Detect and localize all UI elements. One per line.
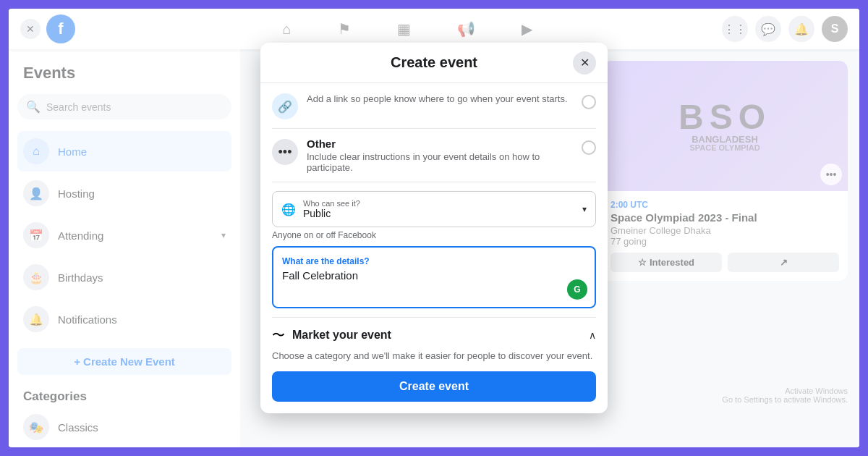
market-title: Market your event xyxy=(292,329,582,342)
other-option-desc: Include clear instructions in your event… xyxy=(307,151,573,173)
dropdown-value: Public xyxy=(303,208,575,219)
grammarly-icon: G xyxy=(567,279,587,300)
modal-close-button[interactable]: ✕ xyxy=(573,51,596,74)
other-option-title: Other xyxy=(307,138,573,150)
textarea-content[interactable]: Fall Celebration xyxy=(282,269,586,298)
other-icon: ••• xyxy=(272,139,298,165)
dropdown-hint: Anyone on or off Facebook xyxy=(272,230,596,240)
create-event-button[interactable]: Create event xyxy=(272,371,596,402)
market-desc: Choose a category and we'll make it easi… xyxy=(272,350,596,363)
link-option-desc: Add a link so people know where to go wh… xyxy=(307,93,573,104)
inner-frame: ✕ f ⌂ ⚑ ▦ 📢 ▶ ⋮⋮ 💬 🔔 S Events xyxy=(9,9,859,447)
visibility-dropdown[interactable]: 🌐 Who can see it? Public ▾ xyxy=(272,191,596,227)
link-icon: 🔗 xyxy=(272,93,298,119)
market-icon: 〜 xyxy=(272,326,285,344)
collapse-icon[interactable]: ∧ xyxy=(589,329,596,341)
modal-body: 🔗 Add a link so people know where to go … xyxy=(260,83,608,413)
chevron-down-icon: ▾ xyxy=(582,204,587,214)
market-header[interactable]: 〜 Market your event ∧ xyxy=(272,326,596,344)
other-option-text: Other Include clear instructions in your… xyxy=(307,138,573,173)
create-event-modal: Create event ✕ 🔗 Add a link so people kn… xyxy=(260,43,608,413)
link-option-row: 🔗 Add a link so people know where to go … xyxy=(272,83,596,129)
textarea-label: What are the details? xyxy=(282,256,586,266)
modal-title: Create event xyxy=(391,54,477,71)
other-radio[interactable] xyxy=(582,140,596,155)
market-section: 〜 Market your event ∧ Choose a category … xyxy=(272,317,596,363)
dropdown-label: Who can see it? xyxy=(303,199,575,208)
globe-icon: 🌐 xyxy=(281,202,296,216)
close-icon: ✕ xyxy=(580,56,590,69)
details-textarea-wrapper[interactable]: What are the details? Fall Celebration G xyxy=(272,246,596,308)
link-option-text: Add a link so people know where to go wh… xyxy=(307,92,573,104)
link-radio[interactable] xyxy=(582,95,596,109)
dropdown-text: Who can see it? Public xyxy=(303,199,575,219)
outer-frame: ✕ f ⌂ ⚑ ▦ 📢 ▶ ⋮⋮ 💬 🔔 S Events xyxy=(0,0,868,456)
create-event-button-label: Create event xyxy=(399,380,469,392)
other-option-row: ••• Other Include clear instructions in … xyxy=(272,129,596,182)
modal-header: Create event ✕ xyxy=(260,43,608,83)
